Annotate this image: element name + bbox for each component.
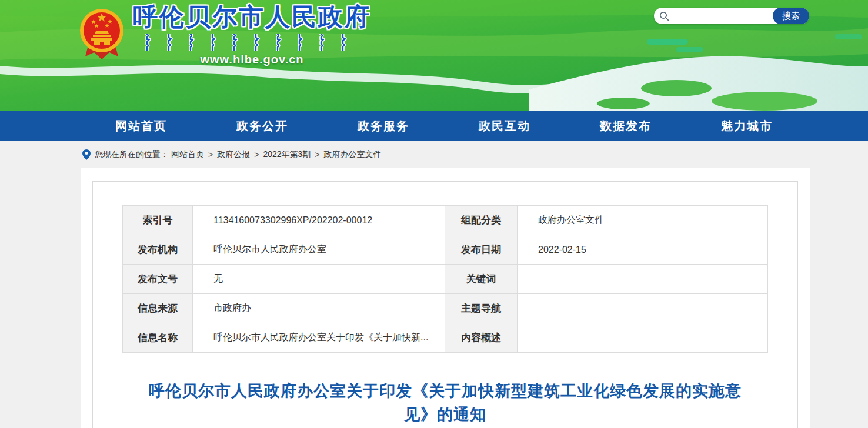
meta-value: 无: [193, 265, 445, 294]
document-title: 呼伦贝尔市人民政府办公室关于印发《关于加快新型建筑工业化绿色发展的实施意见》的通…: [145, 379, 745, 426]
meta-value: 政府办公室文件: [518, 206, 768, 235]
meta-row: 发布机构 呼伦贝尔市人民政府办公室 发布日期 2022-02-15: [123, 235, 768, 265]
main-nav: 网站首页 政务公开 政务服务 政民互动 数据发布 魅力城市: [0, 111, 868, 141]
breadcrumb-separator: >: [315, 150, 319, 159]
breadcrumb-item-category[interactable]: 政府办公室文件: [324, 149, 382, 160]
meta-value: 呼伦贝尔市人民政府办公室: [193, 235, 445, 265]
meta-value: [518, 265, 768, 294]
meta-label: 发布文号: [123, 265, 193, 294]
meta-value: 1134160073302996XP/202202-00012: [193, 206, 445, 235]
search-button[interactable]: 搜索: [773, 8, 809, 24]
meta-label: 组配分类: [445, 206, 518, 235]
meta-value: 市政府办: [193, 294, 445, 323]
breadcrumb-item-home[interactable]: 网站首页: [171, 149, 204, 160]
search-input[interactable]: [669, 8, 773, 24]
meta-value: [518, 294, 768, 323]
meta-value: 2022-02-15: [518, 235, 768, 265]
nav-item-data[interactable]: 数据发布: [565, 111, 686, 141]
nav-item-home[interactable]: 网站首页: [81, 111, 202, 141]
nav-item-gov-info[interactable]: 政务公开: [202, 111, 323, 141]
document-meta-table: 索引号 1134160073302996XP/202202-00012 组配分类…: [122, 205, 768, 353]
meta-label: 发布机构: [123, 235, 193, 265]
breadcrumb-separator: >: [208, 150, 213, 159]
nav-item-interaction[interactable]: 政民互动: [444, 111, 565, 141]
search-icon: [659, 11, 669, 21]
meta-label: 信息名称: [123, 323, 193, 353]
meta-label: 内容概述: [445, 323, 518, 353]
breadcrumb-item-gazette[interactable]: 政府公报: [217, 149, 250, 160]
content-panel: 索引号 1134160073302996XP/202202-00012 组配分类…: [81, 168, 810, 428]
location-pin-icon: [82, 149, 91, 160]
meta-row: 索引号 1134160073302996XP/202202-00012 组配分类…: [123, 206, 768, 235]
search-bar: 搜索: [654, 8, 809, 24]
meta-label: 主题导航: [445, 294, 518, 323]
breadcrumb-label: 您现在所在的位置：: [95, 149, 169, 160]
meta-row: 发布文号 无 关键词: [123, 265, 768, 294]
content-inner-box: 索引号 1134160073302996XP/202202-00012 组配分类…: [92, 181, 798, 428]
site-banner: 呼伦贝尔市人民政府: [0, 0, 868, 111]
breadcrumb-separator: >: [254, 150, 259, 159]
nav-item-city[interactable]: 魅力城市: [686, 111, 807, 141]
meta-label: 发布日期: [445, 235, 518, 265]
china-national-emblem-icon[interactable]: [79, 6, 125, 60]
brand-text: 呼伦贝尔市人民政府: [133, 2, 371, 66]
meta-label: 关键词: [445, 265, 518, 294]
site-title[interactable]: 呼伦贝尔市人民政府: [133, 2, 371, 32]
meta-value: [518, 323, 768, 353]
meta-row: 信息来源 市政府办 主题导航: [123, 294, 768, 323]
breadcrumb: 您现在所在的位置： 网站首页 > 政府公报 > 2022年第3期 > 政府办公室…: [0, 141, 868, 168]
nav-item-gov-service[interactable]: 政务服务: [323, 111, 444, 141]
page: 呼伦贝尔市人民政府: [0, 0, 868, 428]
meta-label: 索引号: [123, 206, 193, 235]
site-brand: 呼伦贝尔市人民政府: [79, 2, 371, 66]
meta-row: 信息名称 呼伦贝尔市人民政府办公室关于印发《关于加快新... 内容概述: [123, 323, 768, 353]
meta-label: 信息来源: [123, 294, 193, 323]
breadcrumb-item-issue[interactable]: 2022年第3期: [263, 149, 311, 160]
mongolian-script-decoration: [143, 34, 362, 51]
meta-value: 呼伦贝尔市人民政府办公室关于印发《关于加快新...: [193, 323, 445, 353]
site-url: www.hlbe.gov.cn: [200, 53, 303, 66]
